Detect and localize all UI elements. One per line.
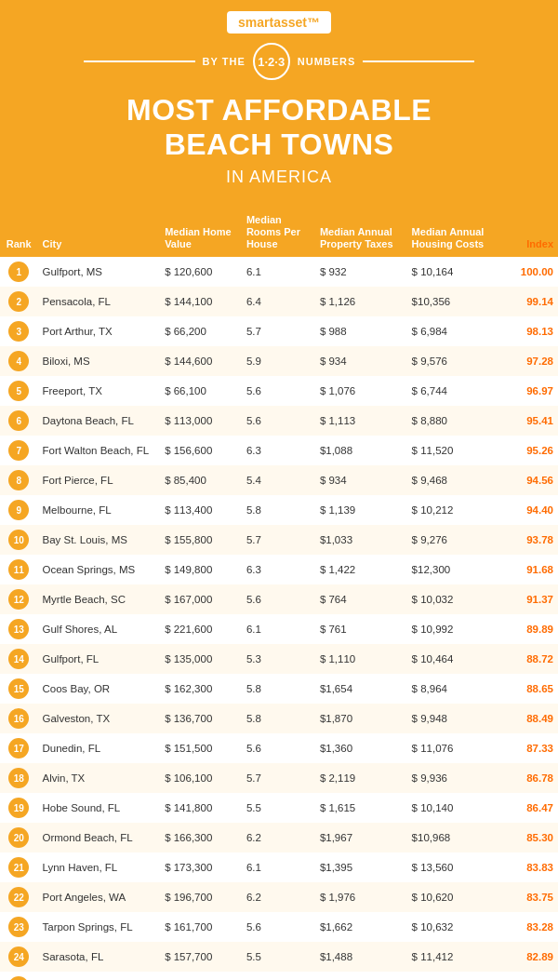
main-title-line1: MOST AFFORDABLE: [9, 93, 549, 128]
logo: smartasset™: [227, 11, 331, 34]
cell-rank: 24: [0, 942, 37, 972]
cell-rooms: 6.2: [242, 823, 315, 852]
cell-rank: 23: [0, 912, 37, 942]
table-row: 2Pensacola, FL$ 144,1006.4$ 1,126$10,356…: [0, 287, 558, 316]
rank-circle: 11: [8, 559, 29, 580]
rank-circle: 13: [8, 619, 29, 639]
cell-home-value: $ 85,400: [160, 465, 242, 495]
cell-rooms: 5.9: [242, 346, 315, 376]
cell-rooms: 5.7: [242, 316, 315, 346]
cell-rank: 14: [0, 644, 37, 674]
cell-rooms: 6.1: [242, 614, 315, 644]
cell-home-value: $ 162,300: [160, 674, 242, 704]
cell-index: 83.83: [505, 852, 558, 882]
cell-home-value: $ 196,700: [160, 882, 242, 912]
cell-rank: 8: [0, 465, 37, 495]
cell-housing-costs: $12,300: [407, 555, 505, 584]
cell-rooms: 5.6: [242, 584, 315, 614]
cell-rooms: 5.8: [242, 495, 315, 525]
cell-rank: 25: [0, 972, 37, 980]
rank-circle: 20: [8, 827, 29, 848]
cell-prop-taxes: $ 934: [315, 346, 407, 376]
cell-rooms: 5.8: [242, 704, 315, 733]
table-row: 12Myrtle Beach, SC$ 167,0005.6$ 764$ 10,…: [0, 584, 558, 614]
cell-index: 100.00: [505, 257, 558, 287]
cell-home-value: $ 144,100: [160, 287, 242, 316]
cell-home-value: $ 144,600: [160, 346, 242, 376]
cell-home-value: $ 66,100: [160, 376, 242, 406]
rank-circle: 19: [8, 798, 29, 818]
numbers-label: NUMBERS: [298, 56, 356, 67]
cell-city: Coos Bay, OR: [37, 674, 160, 704]
cell-city: Freeport, TX: [37, 376, 160, 406]
cell-housing-costs: $ 11,520: [407, 436, 505, 465]
cell-prop-taxes: $1,870: [315, 704, 407, 733]
cell-housing-costs: $ 9,468: [407, 465, 505, 495]
cell-index: 86.78: [505, 763, 558, 793]
table-row: 5Freeport, TX$ 66,1005.6$ 1,076$ 6,74496…: [0, 376, 558, 406]
cell-index: 89.89: [505, 614, 558, 644]
cell-home-value: $ 173,300: [160, 852, 242, 882]
cell-home-value: $ 113,400: [160, 495, 242, 525]
cell-home-value: $ 106,100: [160, 763, 242, 793]
cell-rooms: 5.6: [242, 376, 315, 406]
cell-home-value: $ 166,300: [160, 823, 242, 852]
cell-prop-taxes: $ 1,615: [315, 793, 407, 823]
table-row: 24Sarasota, FL$ 157,7005.5$1,488$ 11,412…: [0, 942, 558, 972]
cell-home-value: $ 161,700: [160, 912, 242, 942]
cell-housing-costs: $10,356: [407, 287, 505, 316]
cell-city: Ocean Springs, MS: [37, 555, 160, 584]
col-home-value: Median Home Value: [160, 208, 242, 258]
cell-rank: 9: [0, 495, 37, 525]
logo-text: smartasset™: [238, 15, 320, 30]
cell-prop-taxes: $1,967: [315, 823, 407, 852]
cell-rooms: 5.8: [242, 674, 315, 704]
rank-circle: 18: [8, 768, 29, 788]
rank-circle: 6: [8, 410, 29, 431]
cell-rooms: 6.3: [242, 436, 315, 465]
numbers-badge: 1·2·3: [253, 43, 290, 80]
table-row: 17Dunedin, FL$ 151,5005.6$1,360$ 11,0768…: [0, 733, 558, 763]
cell-prop-taxes: $ 1,126: [315, 287, 407, 316]
table-row: 7Fort Walton Beach, FL$ 156,6006.3$1,088…: [0, 436, 558, 465]
rank-circle: 22: [8, 887, 29, 907]
cell-index: 83.28: [505, 912, 558, 942]
cell-home-value: $ 149,800: [160, 555, 242, 584]
cell-rank: 16: [0, 704, 37, 733]
cell-rooms: 6.3: [242, 555, 315, 584]
cell-city: Dunedin, FL: [37, 733, 160, 763]
cell-prop-taxes: $ 1,139: [315, 495, 407, 525]
cell-index: 86.47: [505, 793, 558, 823]
col-prop-taxes: Median Annual Property Taxes: [315, 208, 407, 258]
cell-city: Fort Pierce, FL: [37, 465, 160, 495]
cell-index: 91.37: [505, 584, 558, 614]
cell-housing-costs: $ 10,164: [407, 257, 505, 287]
cell-city: Lynn Haven, FL: [37, 852, 160, 882]
cell-index: 99.14: [505, 287, 558, 316]
cell-prop-taxes: $ 934: [315, 465, 407, 495]
cell-rank: 18: [0, 763, 37, 793]
cell-housing-costs: $ 10,464: [407, 644, 505, 674]
cell-prop-taxes: $ 764: [315, 584, 407, 614]
cell-rank: 11: [0, 555, 37, 584]
cell-housing-costs: $10,968: [407, 823, 505, 852]
rankings-table: Rank City Median Home Value Median Rooms…: [0, 208, 558, 980]
cell-rooms: 5.6: [242, 912, 315, 942]
cell-rank: 22: [0, 882, 37, 912]
table-row: 13Gulf Shores, AL$ 221,6006.1$ 761$ 10,9…: [0, 614, 558, 644]
table-row: 4Biloxi, MS$ 144,6005.9$ 934$ 9,57697.28: [0, 346, 558, 376]
cell-city: Fort Walton Beach, FL: [37, 436, 160, 465]
cell-rooms: 6.1: [242, 257, 315, 287]
cell-prop-taxes: $ 932: [315, 257, 407, 287]
cell-rooms: 5.6: [242, 406, 315, 436]
cell-housing-costs: $ 10,044: [407, 972, 505, 980]
cell-index: 88.72: [505, 644, 558, 674]
cell-housing-costs: $ 10,140: [407, 793, 505, 823]
cell-rooms: 5.7: [242, 525, 315, 555]
cell-index: 87.33: [505, 733, 558, 763]
rank-circle: 3: [8, 321, 29, 342]
cell-rank: 4: [0, 346, 37, 376]
cell-index: 95.41: [505, 406, 558, 436]
cell-city: Melbourne, FL: [37, 495, 160, 525]
cell-housing-costs: $ 9,936: [407, 763, 505, 793]
